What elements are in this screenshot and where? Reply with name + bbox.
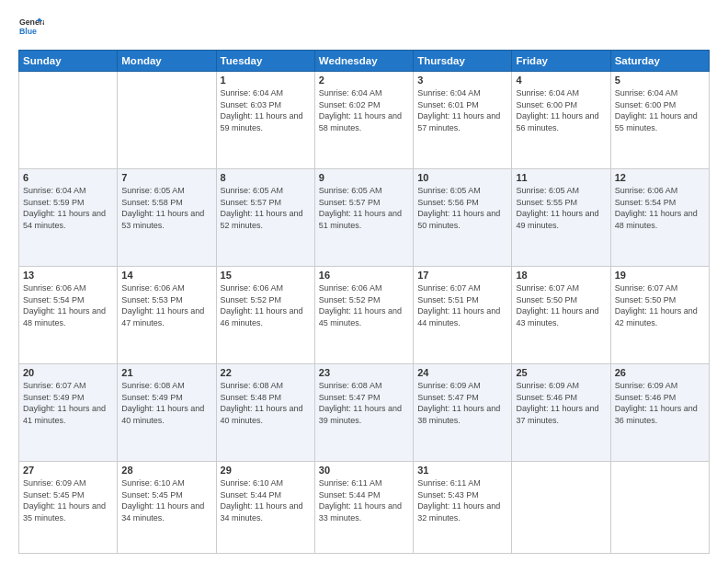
day-number: 7: [121, 172, 211, 183]
col-header-tuesday: Tuesday: [216, 51, 314, 72]
day-number: 27: [23, 465, 113, 476]
logo-icon: General Blue: [18, 15, 44, 40]
day-number: 22: [221, 367, 311, 378]
day-info: Sunrise: 6:06 AMSunset: 5:52 PMDaylight:…: [319, 282, 409, 328]
calendar-table: SundayMondayTuesdayWednesdayThursdayFrid…: [18, 50, 710, 554]
calendar-cell: 26Sunrise: 6:09 AMSunset: 5:46 PMDayligh…: [610, 364, 709, 462]
day-info: Sunrise: 6:05 AMSunset: 5:55 PMDaylight:…: [516, 185, 606, 231]
day-number: 18: [516, 270, 606, 281]
week-row-5: 27Sunrise: 6:09 AMSunset: 5:45 PMDayligh…: [19, 462, 710, 554]
day-number: 21: [121, 367, 211, 378]
calendar-cell: 21Sunrise: 6:08 AMSunset: 5:49 PMDayligh…: [118, 364, 216, 462]
calendar-cell: 2Sunrise: 6:04 AMSunset: 6:02 PMDaylight…: [314, 72, 413, 169]
day-info: Sunrise: 6:06 AMSunset: 5:54 PMDaylight:…: [615, 185, 705, 231]
calendar-cell: 4Sunrise: 6:04 AMSunset: 6:00 PMDaylight…: [512, 72, 610, 169]
day-info: Sunrise: 6:04 AMSunset: 6:03 PMDaylight:…: [221, 87, 311, 133]
day-info: Sunrise: 6:09 AMSunset: 5:46 PMDaylight:…: [516, 380, 606, 426]
day-number: 20: [23, 367, 113, 378]
day-number: 3: [417, 75, 507, 86]
header: General Blue: [18, 15, 710, 40]
calendar-cell: 3Sunrise: 6:04 AMSunset: 6:01 PMDaylight…: [414, 72, 512, 169]
day-number: 2: [319, 75, 409, 86]
calendar-cell: 1Sunrise: 6:04 AMSunset: 6:03 PMDaylight…: [216, 72, 314, 169]
calendar-cell: 20Sunrise: 6:07 AMSunset: 5:49 PMDayligh…: [19, 364, 118, 462]
day-number: 13: [23, 270, 113, 281]
day-number: 16: [319, 270, 409, 281]
week-row-1: 1Sunrise: 6:04 AMSunset: 6:03 PMDaylight…: [19, 72, 710, 169]
day-info: Sunrise: 6:04 AMSunset: 6:01 PMDaylight:…: [417, 87, 507, 133]
day-info: Sunrise: 6:11 AMSunset: 5:44 PMDaylight:…: [319, 477, 409, 523]
day-info: Sunrise: 6:08 AMSunset: 5:49 PMDaylight:…: [121, 380, 211, 426]
day-number: 1: [221, 75, 311, 86]
col-header-sunday: Sunday: [19, 51, 118, 72]
calendar-cell: 18Sunrise: 6:07 AMSunset: 5:50 PMDayligh…: [512, 267, 610, 364]
week-row-3: 13Sunrise: 6:06 AMSunset: 5:54 PMDayligh…: [19, 267, 710, 364]
calendar-cell: 5Sunrise: 6:04 AMSunset: 6:00 PMDaylight…: [610, 72, 709, 169]
calendar-cell: 8Sunrise: 6:05 AMSunset: 5:57 PMDaylight…: [216, 169, 314, 267]
day-info: Sunrise: 6:08 AMSunset: 5:48 PMDaylight:…: [221, 380, 311, 426]
svg-text:Blue: Blue: [19, 27, 37, 36]
calendar-cell: 10Sunrise: 6:05 AMSunset: 5:56 PMDayligh…: [414, 169, 512, 267]
col-header-thursday: Thursday: [414, 51, 512, 72]
col-header-saturday: Saturday: [610, 51, 709, 72]
day-info: Sunrise: 6:06 AMSunset: 5:53 PMDaylight:…: [121, 282, 211, 328]
calendar-cell: 19Sunrise: 6:07 AMSunset: 5:50 PMDayligh…: [610, 267, 709, 364]
col-header-monday: Monday: [118, 51, 216, 72]
day-number: 30: [319, 465, 409, 476]
day-info: Sunrise: 6:05 AMSunset: 5:57 PMDaylight:…: [221, 185, 311, 231]
day-number: 15: [221, 270, 311, 281]
day-number: 23: [319, 367, 409, 378]
calendar-cell: 23Sunrise: 6:08 AMSunset: 5:47 PMDayligh…: [314, 364, 413, 462]
day-number: 26: [615, 367, 705, 378]
day-info: Sunrise: 6:09 AMSunset: 5:45 PMDaylight:…: [23, 477, 113, 523]
day-number: 9: [319, 172, 409, 183]
day-number: 19: [615, 270, 705, 281]
calendar-header-row: SundayMondayTuesdayWednesdayThursdayFrid…: [19, 51, 710, 72]
logo: General Blue: [18, 15, 50, 40]
week-row-2: 6Sunrise: 6:04 AMSunset: 5:59 PMDaylight…: [19, 169, 710, 267]
calendar-cell: 28Sunrise: 6:10 AMSunset: 5:45 PMDayligh…: [118, 462, 216, 554]
calendar-cell: 12Sunrise: 6:06 AMSunset: 5:54 PMDayligh…: [610, 169, 709, 267]
day-info: Sunrise: 6:09 AMSunset: 5:47 PMDaylight:…: [417, 380, 507, 426]
day-info: Sunrise: 6:04 AMSunset: 6:00 PMDaylight:…: [615, 87, 705, 133]
calendar-cell: 25Sunrise: 6:09 AMSunset: 5:46 PMDayligh…: [512, 364, 610, 462]
day-info: Sunrise: 6:05 AMSunset: 5:57 PMDaylight:…: [319, 185, 409, 231]
day-info: Sunrise: 6:05 AMSunset: 5:58 PMDaylight:…: [121, 185, 211, 231]
day-info: Sunrise: 6:07 AMSunset: 5:50 PMDaylight:…: [516, 282, 606, 328]
day-number: 28: [121, 465, 211, 476]
day-number: 25: [516, 367, 606, 378]
day-number: 17: [417, 270, 507, 281]
calendar-cell: 13Sunrise: 6:06 AMSunset: 5:54 PMDayligh…: [19, 267, 118, 364]
day-info: Sunrise: 6:04 AMSunset: 6:00 PMDaylight:…: [516, 87, 606, 133]
day-info: Sunrise: 6:04 AMSunset: 5:59 PMDaylight:…: [23, 185, 113, 231]
calendar-cell: [512, 462, 610, 554]
calendar-cell: 30Sunrise: 6:11 AMSunset: 5:44 PMDayligh…: [314, 462, 413, 554]
calendar-cell: 16Sunrise: 6:06 AMSunset: 5:52 PMDayligh…: [314, 267, 413, 364]
calendar-cell: 24Sunrise: 6:09 AMSunset: 5:47 PMDayligh…: [414, 364, 512, 462]
day-number: 5: [615, 75, 705, 86]
calendar-cell: 29Sunrise: 6:10 AMSunset: 5:44 PMDayligh…: [216, 462, 314, 554]
day-info: Sunrise: 6:10 AMSunset: 5:44 PMDaylight:…: [221, 477, 311, 523]
day-number: 4: [516, 75, 606, 86]
day-number: 24: [417, 367, 507, 378]
day-info: Sunrise: 6:07 AMSunset: 5:51 PMDaylight:…: [417, 282, 507, 328]
day-info: Sunrise: 6:08 AMSunset: 5:47 PMDaylight:…: [319, 380, 409, 426]
day-info: Sunrise: 6:05 AMSunset: 5:56 PMDaylight:…: [417, 185, 507, 231]
calendar-cell: 17Sunrise: 6:07 AMSunset: 5:51 PMDayligh…: [414, 267, 512, 364]
calendar-cell: 15Sunrise: 6:06 AMSunset: 5:52 PMDayligh…: [216, 267, 314, 364]
calendar-cell: [19, 72, 118, 169]
day-info: Sunrise: 6:09 AMSunset: 5:46 PMDaylight:…: [615, 380, 705, 426]
day-info: Sunrise: 6:07 AMSunset: 5:49 PMDaylight:…: [23, 380, 113, 426]
col-header-friday: Friday: [512, 51, 610, 72]
day-info: Sunrise: 6:06 AMSunset: 5:52 PMDaylight:…: [221, 282, 311, 328]
calendar-cell: 14Sunrise: 6:06 AMSunset: 5:53 PMDayligh…: [118, 267, 216, 364]
day-number: 14: [121, 270, 211, 281]
calendar-cell: 11Sunrise: 6:05 AMSunset: 5:55 PMDayligh…: [512, 169, 610, 267]
day-number: 31: [417, 465, 507, 476]
day-info: Sunrise: 6:10 AMSunset: 5:45 PMDaylight:…: [121, 477, 211, 523]
week-row-4: 20Sunrise: 6:07 AMSunset: 5:49 PMDayligh…: [19, 364, 710, 462]
col-header-wednesday: Wednesday: [314, 51, 413, 72]
day-number: 12: [615, 172, 705, 183]
calendar-cell: 22Sunrise: 6:08 AMSunset: 5:48 PMDayligh…: [216, 364, 314, 462]
day-info: Sunrise: 6:11 AMSunset: 5:43 PMDaylight:…: [417, 477, 507, 523]
